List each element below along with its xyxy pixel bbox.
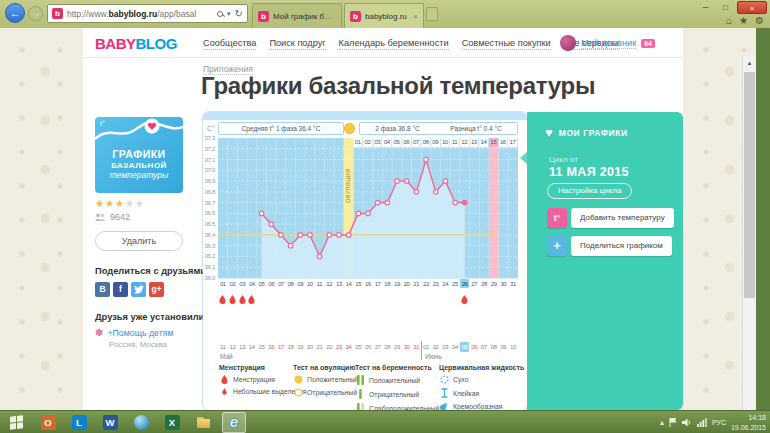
bars-weak-green-icon xyxy=(355,403,365,410)
taskbar-app-word[interactable]: W xyxy=(98,412,122,433)
maximize-button[interactable]: □ xyxy=(717,1,734,14)
social-gplus-icon[interactable]: g+ xyxy=(149,282,164,297)
cycle-day-cell: 01 xyxy=(218,279,228,288)
share-heading: Поделиться с друзьями xyxy=(95,266,185,276)
start-button[interactable] xyxy=(4,414,28,431)
social-vk-icon[interactable]: В xyxy=(95,282,110,297)
legend-group-3: Цервикальная жидкостьСухоКлейкая Кремооб… xyxy=(439,364,523,410)
taskbar-app-excel[interactable]: X xyxy=(160,412,184,433)
legend-item: Небольшие выделения xyxy=(219,388,293,395)
cycle-from-label: Цикл от xyxy=(549,155,578,164)
cycle-settings-button[interactable]: Настройка цикла xyxy=(547,183,632,199)
phase2-day-cell: 15 xyxy=(489,138,499,148)
nav-links: СообществаПоиск подругКалендарь беременн… xyxy=(203,38,618,50)
phase2-summary: 2 фаза 36.8 °C Разница t° 0.4 °C xyxy=(359,122,518,135)
phase2-day-cell: 06 xyxy=(402,138,412,148)
cycle-day-axis: 0102030405060708091011121314151617181920… xyxy=(218,278,518,288)
date-cell-june: 05 xyxy=(460,342,470,352)
nav-link-0[interactable]: Сообщества xyxy=(203,38,256,50)
url-text[interactable]: http://www.babyblog.ru/app/basal xyxy=(67,9,196,19)
taskbar-app-globe[interactable] xyxy=(129,412,153,433)
nav-user-area: Мой дневник 64 xyxy=(560,35,655,51)
dot-yellow-icon xyxy=(293,375,303,384)
cycle-day-cell: 26 xyxy=(460,279,470,288)
scroll-up-arrow[interactable]: ▲ xyxy=(743,56,756,70)
close-button[interactable]: × xyxy=(737,1,767,14)
tab-babyblog[interactable]: b babyblog.ru × xyxy=(344,3,424,28)
cycle-day-cell: 02 xyxy=(228,279,238,288)
app-tile[interactable]: t° ГРАФИКИ БАЗАЛЬНОЙ температуры xyxy=(95,117,183,193)
panel-header: ♥ МОИ ГРАФИКИ xyxy=(545,125,628,140)
gear-icon[interactable]: ⚙ xyxy=(755,15,764,27)
tile-text: ГРАФИКИ БАЗАЛЬНОЙ температуры xyxy=(95,148,183,180)
minimize-button[interactable]: ─ xyxy=(697,1,714,14)
legend-group-1: Тест на овуляциюПоложительныйОтрицательн… xyxy=(293,364,355,410)
my-diary-link[interactable]: Мой дневник xyxy=(581,38,636,49)
date-cell-may: 28 xyxy=(382,342,392,352)
back-button[interactable]: ← xyxy=(5,3,25,23)
favorites-star-icon[interactable]: ★ xyxy=(739,15,748,27)
y-tick-label: 36.0 xyxy=(205,275,215,281)
scrollbar[interactable]: ▲ ▼ xyxy=(742,56,756,410)
y-tick-label: 36.9 xyxy=(205,178,215,184)
taskbar-app-folder[interactable] xyxy=(191,412,215,433)
page-title: Графики базальной температуры xyxy=(201,72,595,100)
new-tab-button[interactable] xyxy=(426,7,438,21)
chevron-down-icon[interactable]: ▾ xyxy=(227,10,231,18)
social-facebook-icon[interactable]: f xyxy=(113,282,128,297)
date-cell-june: 03 xyxy=(440,342,450,352)
babyblog-logo[interactable]: BABYBLOG xyxy=(95,35,177,52)
social-twitter-icon[interactable] xyxy=(131,282,146,297)
share-chart-button[interactable]: Поделиться графиком xyxy=(571,236,672,256)
globe-icon xyxy=(134,415,149,430)
taskbar-app-lync[interactable]: L xyxy=(67,412,91,433)
y-tick-label: 36.2 xyxy=(205,253,215,259)
legend-group-0: МенструацияМенструацияНебольшие выделени… xyxy=(219,364,293,410)
nav-link-1[interactable]: Поиск подруг xyxy=(269,38,325,50)
legend-item-label: Отрицательный xyxy=(307,389,357,396)
scroll-thumb[interactable] xyxy=(744,72,755,298)
avatar[interactable] xyxy=(560,35,576,51)
phase2-day-cell: 01 xyxy=(353,138,363,148)
taskbar-app-outlook[interactable]: O xyxy=(36,412,60,433)
friend-link[interactable]: +Помощь детям xyxy=(107,328,173,338)
phase2-day-cell: 05 xyxy=(392,138,402,148)
cycle-day-cell: 09 xyxy=(295,279,305,288)
home-icon[interactable]: ⌂ xyxy=(726,15,732,27)
star-icon: ★ xyxy=(135,198,145,209)
y-tick-label: 36.4 xyxy=(205,232,215,238)
wave-heart-icon xyxy=(95,117,183,145)
phase2-day-cell: 16 xyxy=(499,138,509,148)
refresh-icon[interactable]: ↻ xyxy=(235,9,243,19)
thermometer-icon: t° xyxy=(547,208,567,228)
hidden-icons-arrow[interactable]: ▴ xyxy=(660,419,664,427)
rating-stars[interactable]: ★★★★★ xyxy=(95,198,185,209)
forward-button[interactable]: → xyxy=(28,6,43,21)
cycle-day-cell: 25 xyxy=(450,279,460,288)
date-cell-june: 01 xyxy=(421,342,431,352)
phase2-day-cell: 03 xyxy=(373,138,383,148)
chart-plot-area[interactable]: ОВУЛЯЦИЯ01020304050607080910111213141516… xyxy=(218,138,518,278)
nav-link-2[interactable]: Календарь беременности xyxy=(339,38,449,50)
clock[interactable]: 14:18 19.06.2015 xyxy=(731,413,766,431)
close-tab-icon[interactable]: × xyxy=(409,12,418,21)
action-center-flag-icon[interactable] xyxy=(669,418,677,427)
network-icon[interactable] xyxy=(697,418,707,427)
delete-button[interactable]: Удалить xyxy=(95,231,183,251)
heart-icon: ♥ xyxy=(545,125,553,140)
search-icon[interactable] xyxy=(217,11,223,17)
add-temperature-row: t° Добавить температуру xyxy=(547,208,674,228)
month-labels-row: МайИюнь xyxy=(218,353,518,361)
date-cell-may: 16 xyxy=(266,342,276,352)
address-bar[interactable]: b http://www.babyblog.ru/app/basal ▾ ↻ xyxy=(47,4,248,23)
nav-link-3[interactable]: Совместные покупки xyxy=(462,38,551,50)
volume-icon[interactable] xyxy=(682,418,692,427)
language-indicator[interactable]: РУС xyxy=(712,419,726,426)
friend-location: Россия, Москва xyxy=(109,340,185,349)
tab-graph[interactable]: b Мой график базально... xyxy=(252,3,342,28)
taskbar-app-ie[interactable]: e xyxy=(222,412,246,433)
menstruation-drop-icon xyxy=(219,290,226,308)
add-temperature-button[interactable]: Добавить температуру xyxy=(571,208,674,228)
bbt-chart-card: C° Средняя t° 1 фаза 36.4 °C 2 фаза 36.8… xyxy=(203,112,527,410)
drop-red-small-icon xyxy=(219,388,229,395)
